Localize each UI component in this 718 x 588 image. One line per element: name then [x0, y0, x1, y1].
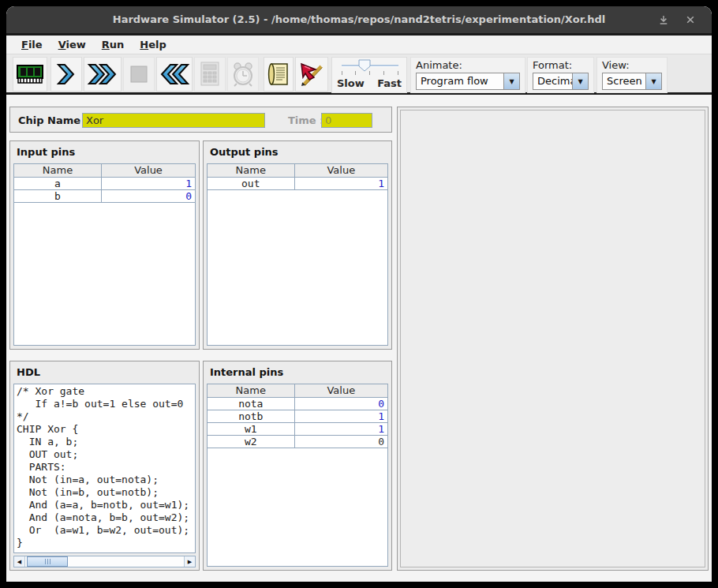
animate-value: Program flow	[417, 73, 503, 89]
table-row: a 1	[14, 178, 195, 190]
pin-name: b	[14, 190, 102, 202]
slider-ticks	[342, 71, 398, 75]
column-header-name: Name	[14, 164, 102, 177]
scrollbar-thumb[interactable]	[27, 556, 68, 567]
pin-value: 0	[295, 398, 387, 410]
table-row: w1 1	[208, 423, 387, 436]
code-line: }	[17, 537, 193, 549]
view-hdl-button[interactable]	[264, 57, 294, 92]
breakpoints-button[interactable]	[295, 57, 328, 92]
animate-group: Animate: Program flow ▼	[410, 57, 525, 93]
chip-name-bar: Chip Name : Xor Time : 0	[9, 107, 392, 133]
chip-icon	[16, 62, 44, 86]
table-header: Name Value	[14, 164, 195, 178]
run-button[interactable]	[84, 57, 122, 92]
scroll-right-button[interactable]: ▶	[184, 556, 195, 567]
pin-name: out	[208, 178, 295, 189]
input-pins-table: Name Value a 1 b 0	[13, 163, 196, 346]
single-step-icon	[56, 62, 77, 86]
hdl-panel: HDL /* Xor gate If a!=b out=1 else out=0…	[9, 361, 200, 571]
menu-view[interactable]: View	[56, 37, 88, 52]
view-select[interactable]: Screen ▼	[602, 73, 662, 90]
scroll-left-button[interactable]: ◀	[14, 556, 25, 567]
code-line: CHIP Xor {	[17, 423, 193, 436]
column-header-name: Name	[208, 164, 295, 177]
table-row: out 1	[208, 178, 387, 190]
table-row: b 0	[14, 190, 195, 203]
chevron-down-icon: ▼	[645, 73, 661, 89]
pin-value: 0	[295, 436, 387, 448]
reset-button[interactable]	[156, 57, 193, 92]
code-line: And (a=a, b=notb, out=w1);	[17, 499, 193, 511]
column-header-name: Name	[208, 384, 295, 397]
output-pins-table: Name Value out 1	[207, 163, 388, 346]
code-line: Or (a=w1, b=w2, out=out);	[17, 524, 193, 537]
close-button[interactable]	[683, 13, 697, 26]
slider-slow-label: Slow	[337, 77, 365, 89]
pin-name: notb	[208, 410, 295, 422]
pin-value: 1	[295, 423, 387, 435]
calculator-icon	[199, 61, 221, 88]
chip-name-field: Xor	[82, 113, 265, 128]
pin-name: nota	[208, 398, 295, 410]
column-header-value: Value	[295, 164, 387, 177]
hdl-title: HDL	[10, 361, 199, 380]
menu-help[interactable]: Help	[137, 37, 168, 52]
stop-button	[123, 57, 155, 92]
input-pins-panel: Input pins Name Value a 1 b 0	[9, 140, 200, 350]
internal-pins-table: Name Value nota 0 notb 1 w1 1 w2 0	[207, 384, 388, 567]
slider-thumb-icon	[358, 59, 371, 72]
format-group: Format: Decimal ▼	[527, 57, 594, 93]
table-row: nota 0	[208, 398, 387, 410]
code-line: /* Xor gate	[17, 385, 193, 398]
hdl-code: /* Xor gate If a!=b out=1 else out=0 */ …	[13, 384, 196, 553]
pin-value[interactable]: 1	[102, 178, 195, 189]
speed-slider-group: Slow Fast	[331, 57, 407, 93]
hdl-horizontal-scrollbar: ◀ ▶	[13, 556, 196, 567]
code-line: If a!=b out=1 else out=0	[17, 398, 193, 410]
stop-icon	[129, 65, 148, 84]
code-line: */	[17, 410, 193, 423]
breakpoints-icon	[298, 62, 325, 87]
menu-file[interactable]: File	[19, 37, 45, 52]
script-icon	[267, 62, 290, 87]
animate-select[interactable]: Program flow ▼	[416, 73, 520, 90]
titlebar: Hardware Simulator (2.5) - /home/thomas/…	[6, 6, 712, 33]
code-line: Not (in=b, out=notb);	[17, 486, 193, 499]
code-line: PARTS:	[17, 461, 193, 474]
minimize-button[interactable]	[656, 13, 671, 26]
internal-pins-title: Internal pins	[204, 361, 391, 380]
view-value: Screen	[603, 73, 645, 89]
pin-name: w2	[208, 436, 295, 448]
format-label: Format:	[533, 58, 589, 73]
pin-value[interactable]: 0	[102, 190, 195, 202]
single-step-button[interactable]	[50, 57, 82, 92]
load-chip-button[interactable]	[13, 57, 47, 92]
animate-label: Animate:	[416, 58, 520, 73]
clock-button	[227, 57, 259, 92]
scrollbar-track	[25, 556, 184, 567]
code-line: OUT out;	[17, 448, 193, 461]
format-select[interactable]: Decimal ▼	[533, 73, 589, 90]
output-pins-title: Output pins	[204, 141, 391, 160]
input-pins-title: Input pins	[10, 141, 199, 160]
time-field: 0	[321, 113, 372, 128]
column-header-value: Value	[102, 164, 195, 177]
chevron-down-icon: ▼	[503, 73, 519, 89]
code-line: And (a=nota, b=b, out=w2);	[17, 511, 193, 524]
hardware-simulator-window: Hardware Simulator (2.5) - /home/thomas/…	[6, 6, 712, 582]
menu-run[interactable]: Run	[99, 37, 127, 52]
pin-name: w1	[208, 423, 295, 435]
slider-fast-label: Fast	[377, 77, 402, 89]
output-pins-panel: Output pins Name Value out 1	[203, 140, 392, 350]
chevron-down-icon: ▼	[572, 73, 588, 89]
pin-value: 1	[295, 178, 387, 189]
code-line: IN a, b;	[17, 436, 193, 448]
pin-value: 1	[295, 410, 387, 422]
window-title: Hardware Simulator (2.5) - /home/thomas/…	[6, 6, 712, 33]
run-icon	[87, 62, 118, 86]
chip-name-label: Chip Name :	[18, 107, 88, 133]
menubar: File View Run Help	[6, 33, 712, 54]
table-header: Name Value	[208, 164, 387, 178]
close-icon	[685, 14, 696, 25]
